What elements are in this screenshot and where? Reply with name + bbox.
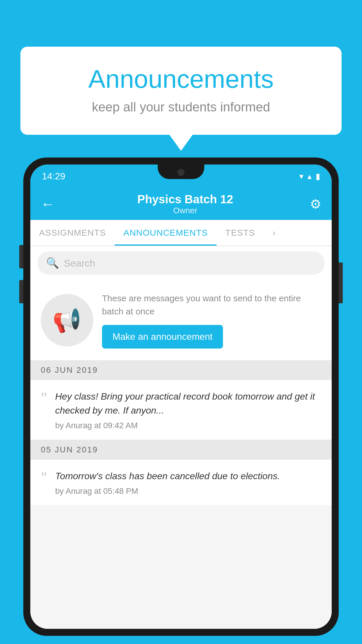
status-icons: ▾ ▴ ▮ xyxy=(299,172,320,181)
speech-bubble: Announcements keep all your students inf… xyxy=(20,47,342,135)
tab-assignments[interactable]: ASSIGNMENTS xyxy=(30,220,115,246)
megaphone-icon: 📢 xyxy=(52,307,82,334)
announcement-item-1[interactable]: " Hey class! Bring your practical record… xyxy=(30,380,332,440)
quote-icon-1: " xyxy=(41,391,47,406)
date-separator-2: 05 JUN 2019 xyxy=(30,440,332,460)
tab-tests[interactable]: TESTS xyxy=(217,220,264,246)
tab-announcements[interactable]: ANNOUNCEMENTS xyxy=(115,220,217,246)
announcement-author-2: by Anurag at 05:48 PM xyxy=(55,487,321,496)
tabs-bar: ASSIGNMENTS ANNOUNCEMENTS TESTS › xyxy=(30,220,332,246)
speech-bubble-subtitle: keep all your students informed xyxy=(44,100,318,114)
announcement-content-1: Hey class! Bring your practical record b… xyxy=(55,389,321,430)
promo-right: These are messages you want to send to t… xyxy=(102,292,321,349)
quote-icon-2: " xyxy=(41,470,47,485)
tab-more[interactable]: › xyxy=(264,220,284,246)
phone-outer: 14:29 ▾ ▴ ▮ ← Physics Batch 12 Owner ⚙ xyxy=(23,158,339,636)
toolbar-title: Physics Batch 12 xyxy=(61,193,310,206)
announcement-author-1: by Anurag at 09:42 AM xyxy=(55,421,321,430)
announcement-item-2[interactable]: " Tomorrow's class has been cancelled du… xyxy=(30,460,332,505)
power-button[interactable] xyxy=(339,262,343,303)
volume-up-button[interactable] xyxy=(19,245,23,268)
megaphone-circle: 📢 xyxy=(41,294,93,346)
back-button[interactable]: ← xyxy=(41,196,55,212)
toolbar-title-area: Physics Batch 12 Owner xyxy=(61,193,310,215)
search-icon: 🔍 xyxy=(46,257,59,269)
notch xyxy=(158,164,204,179)
announcement-text-1: Hey class! Bring your practical record b… xyxy=(55,389,321,417)
speech-bubble-tail xyxy=(169,135,193,151)
search-bar[interactable]: 🔍 Search xyxy=(37,251,325,275)
signal-icon: ▴ xyxy=(307,172,312,181)
speech-bubble-container: Announcements keep all your students inf… xyxy=(20,47,342,151)
volume-down-button[interactable] xyxy=(19,280,23,303)
phone-screen: 14:29 ▾ ▴ ▮ ← Physics Batch 12 Owner ⚙ xyxy=(30,164,332,629)
search-input-placeholder[interactable]: Search xyxy=(64,258,95,269)
settings-icon[interactable]: ⚙ xyxy=(310,197,321,211)
search-bar-container: 🔍 Search xyxy=(30,246,332,280)
status-time: 14:29 xyxy=(42,171,65,182)
wifi-icon: ▾ xyxy=(299,172,303,181)
make-announcement-button[interactable]: Make an announcement xyxy=(102,325,223,349)
date-separator-1: 06 JUN 2019 xyxy=(30,360,332,380)
announcement-content-2: Tomorrow's class has been cancelled due … xyxy=(55,469,321,496)
phone-container: 14:29 ▾ ▴ ▮ ← Physics Batch 12 Owner ⚙ xyxy=(23,158,339,644)
content-area: 🔍 Search 📢 These are messages you want t… xyxy=(30,246,332,629)
promo-box: 📢 These are messages you want to send to… xyxy=(30,280,332,360)
toolbar-subtitle: Owner xyxy=(61,206,310,215)
announcement-text-2: Tomorrow's class has been cancelled due … xyxy=(55,469,321,483)
status-bar: 14:29 ▾ ▴ ▮ xyxy=(30,164,332,188)
battery-icon: ▮ xyxy=(316,172,320,181)
front-camera xyxy=(178,169,184,176)
speech-bubble-title: Announcements xyxy=(44,64,318,94)
toolbar: ← Physics Batch 12 Owner ⚙ xyxy=(30,188,332,220)
promo-description: These are messages you want to send to t… xyxy=(102,292,321,318)
